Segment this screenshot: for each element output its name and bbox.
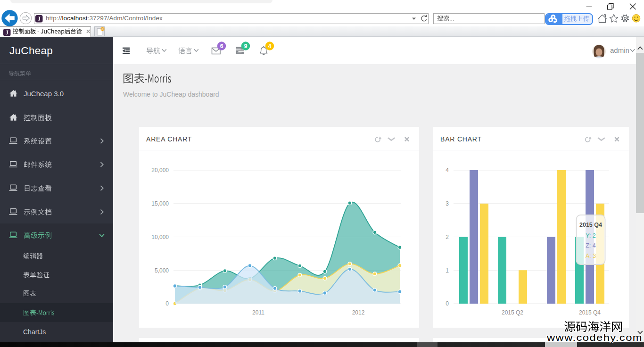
svg-text:2015 Q4: 2015 Q4 <box>579 222 602 228</box>
svg-text:5,000: 5,000 <box>155 267 169 274</box>
svg-text:4: 4 <box>446 167 449 174</box>
svg-text:0: 0 <box>165 300 169 307</box>
svg-text:2015 Q2: 2015 Q2 <box>502 309 523 316</box>
svg-text:Z: 4: Z: 4 <box>586 242 596 249</box>
svg-text:1: 1 <box>446 267 449 274</box>
svg-text:0: 0 <box>446 300 449 307</box>
svg-text:3: 3 <box>446 200 449 207</box>
svg-text:20,000: 20,000 <box>151 167 169 174</box>
svg-text:2011: 2011 <box>252 309 264 316</box>
svg-text:2015 Q4: 2015 Q4 <box>579 309 601 316</box>
svg-text:10,000: 10,000 <box>151 234 169 240</box>
svg-text:2012: 2012 <box>352 309 365 316</box>
svg-text:A: 3: A: 3 <box>586 253 596 259</box>
svg-text:Y: 2: Y: 2 <box>586 232 596 239</box>
svg-text:2: 2 <box>446 234 449 240</box>
svg-text:15,000: 15,000 <box>151 200 169 207</box>
